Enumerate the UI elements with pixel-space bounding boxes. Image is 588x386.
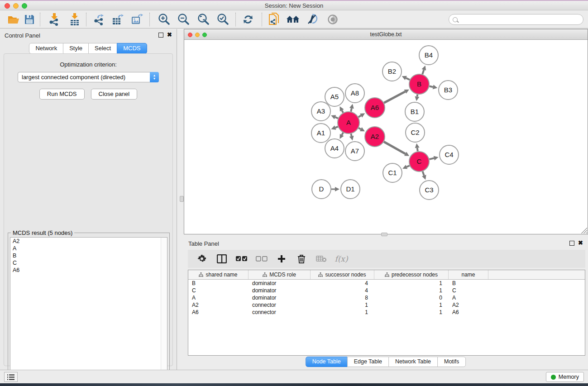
- table-cell[interactable]: A2: [188, 302, 249, 308]
- open-session-icon[interactable]: [6, 12, 21, 27]
- table-cell[interactable]: connector: [249, 302, 311, 308]
- graph-edge-B-B4[interactable]: [422, 70, 424, 74]
- graph-edge-A-A4[interactable]: [342, 133, 343, 135]
- tab-style[interactable]: Style: [63, 43, 89, 54]
- table-cell[interactable]: dominator: [249, 295, 311, 301]
- refresh-network-icon[interactable]: [240, 12, 256, 27]
- float-panel-icon[interactable]: [158, 33, 163, 38]
- graph-edge-C-C1[interactable]: [406, 166, 410, 167]
- table-cell[interactable]: 1: [311, 302, 374, 308]
- graph-edge-A-A3[interactable]: [335, 117, 338, 119]
- export-image-icon[interactable]: [129, 12, 145, 27]
- table-cell[interactable]: connector: [249, 309, 311, 315]
- result-item[interactable]: A: [10, 245, 167, 252]
- network-canvas[interactable]: AA6A2BCA1A3A4A5A7A8B1B2B3B4C1C2C3C4DD1: [184, 40, 588, 234]
- table-row[interactable]: Cdominator41C: [188, 287, 585, 294]
- result-item[interactable]: B: [10, 252, 167, 259]
- tab-node-table[interactable]: Node Table: [306, 357, 348, 367]
- clone-network-icon[interactable]: [266, 12, 282, 27]
- result-scrollbar[interactable]: [161, 238, 167, 386]
- tab-edge-table[interactable]: Edge Table: [347, 357, 389, 367]
- graph-edge-C-C4[interactable]: [429, 158, 434, 159]
- table-cell[interactable]: B: [188, 280, 249, 286]
- import-network-icon[interactable]: [47, 12, 62, 27]
- graph-edge-B-B3[interactable]: [430, 86, 433, 87]
- mcds-result-list[interactable]: A2ABCA6: [10, 237, 167, 386]
- split-table-icon[interactable]: [216, 253, 228, 265]
- save-session-icon[interactable]: [22, 12, 37, 27]
- column-header-shared-name[interactable]: shared name: [188, 270, 249, 279]
- zoom-out-icon[interactable]: [176, 12, 191, 27]
- graph-edge-A-A8[interactable]: [351, 108, 352, 111]
- table-cell[interactable]: A6: [188, 309, 249, 315]
- close-window-button[interactable]: [5, 3, 10, 9]
- unchecked-columns-icon[interactable]: [256, 253, 268, 265]
- graph-edge-A6-B[interactable]: [384, 91, 405, 103]
- table-row[interactable]: Bdominator41B: [188, 280, 585, 287]
- table-cell[interactable]: A: [449, 295, 488, 301]
- graph-edge-B-B1[interactable]: [417, 95, 418, 97]
- close-panel-icon[interactable]: ✖: [167, 31, 172, 38]
- column-header-MCDS-role[interactable]: MCDS role: [249, 270, 311, 279]
- toggle-labels-icon[interactable]: [305, 12, 320, 27]
- search-box[interactable]: [449, 14, 583, 25]
- tab-motifs[interactable]: Motifs: [437, 357, 466, 367]
- table-cell[interactable]: C: [188, 287, 249, 294]
- network-close-button[interactable]: [188, 33, 192, 37]
- table-cell[interactable]: A6: [449, 309, 488, 315]
- table-cell[interactable]: 1: [374, 309, 449, 315]
- criterion-dropdown[interactable]: largest connected component (directed) ▲…: [18, 72, 159, 82]
- memory-button[interactable]: Memory: [546, 372, 584, 382]
- table-cell[interactable]: 1: [374, 302, 449, 308]
- zoom-selected-icon[interactable]: [215, 12, 230, 27]
- network-minimize-button[interactable]: [195, 33, 200, 37]
- result-item[interactable]: C: [10, 259, 167, 267]
- table-float-icon[interactable]: [569, 241, 574, 246]
- window-resize-grip[interactable]: [581, 228, 587, 234]
- graph-edge-A-A5[interactable]: [342, 110, 343, 113]
- zoom-in-icon[interactable]: [156, 12, 172, 27]
- graph-edge-C-C2[interactable]: [417, 148, 418, 152]
- graph-edge-A-A6[interactable]: [359, 115, 361, 117]
- table-cell[interactable]: 1: [311, 309, 374, 315]
- network-window-titlebar[interactable]: testGlobe.txt: [184, 29, 588, 40]
- add-column-icon[interactable]: [276, 253, 287, 265]
- vertical-splitter-handle[interactable]: [180, 196, 184, 202]
- result-item[interactable]: A6: [10, 267, 167, 274]
- table-row[interactable]: Adominator80A: [188, 294, 585, 301]
- run-mcds-button[interactable]: Run MCDS: [39, 89, 85, 100]
- tab-select[interactable]: Select: [88, 43, 117, 54]
- zoom-fit-icon[interactable]: [196, 12, 211, 27]
- minimize-window-button[interactable]: [13, 3, 19, 9]
- table-cell[interactable]: 4: [311, 280, 374, 286]
- import-table-icon[interactable]: [67, 12, 82, 27]
- graph-edge-C-C3[interactable]: [423, 172, 424, 176]
- graph-edge-B-B2[interactable]: [406, 78, 410, 80]
- table-cell[interactable]: A: [188, 295, 249, 301]
- gear-icon[interactable]: [196, 253, 208, 265]
- column-header-name[interactable]: name: [449, 270, 488, 279]
- export-table-icon[interactable]: [110, 12, 125, 27]
- table-cell[interactable]: B: [449, 280, 488, 286]
- close-panel-button[interactable]: Close panel: [91, 89, 138, 100]
- column-header-predecessor-nodes[interactable]: predecessor nodes: [374, 270, 449, 279]
- tab-network-table[interactable]: Network Table: [388, 357, 438, 367]
- toggle-graphics-icon[interactable]: [325, 12, 340, 27]
- graph-edge-A2-C[interactable]: [384, 142, 405, 154]
- table-cell[interactable]: C: [449, 287, 488, 294]
- node-table[interactable]: shared nameMCDS rolesuccessor nodesprede…: [188, 270, 585, 356]
- column-header-successor-nodes[interactable]: successor nodes: [311, 270, 374, 279]
- table-cell[interactable]: 0: [374, 295, 449, 301]
- delete-table-icon[interactable]: [316, 253, 327, 265]
- home-view-icon[interactable]: [285, 12, 301, 27]
- delete-column-icon[interactable]: [296, 253, 307, 265]
- table-row[interactable]: A6connector11A6: [188, 309, 585, 316]
- table-cell[interactable]: 1: [374, 280, 449, 286]
- horizontal-splitter-handle[interactable]: [381, 233, 387, 236]
- table-cell[interactable]: A2: [449, 302, 488, 308]
- function-builder-icon[interactable]: f(x): [335, 253, 347, 265]
- graph-edge-A-A2[interactable]: [359, 128, 361, 129]
- tab-network[interactable]: Network: [29, 43, 63, 54]
- task-history-button[interactable]: [4, 372, 18, 382]
- table-row[interactable]: A2connector11A2: [188, 301, 585, 309]
